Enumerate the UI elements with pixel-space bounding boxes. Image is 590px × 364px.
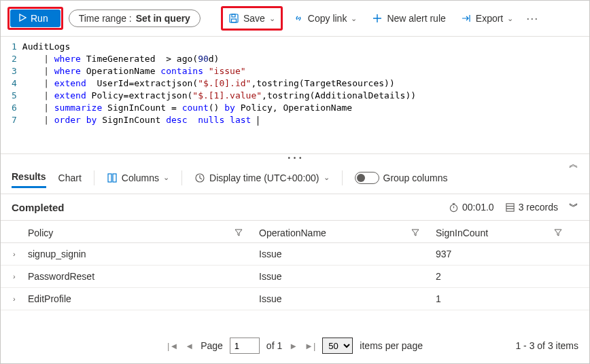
- save-label: Save: [243, 13, 265, 24]
- splitter[interactable]: • • • ︽: [1, 153, 589, 162]
- query-editor[interactable]: 1234567 AuditLogs | where TimeGenerated …: [1, 37, 589, 153]
- cell-count: 1: [436, 293, 578, 304]
- drag-dots-icon: • • •: [288, 154, 302, 162]
- plus-icon: [372, 13, 383, 24]
- group-columns-label: Group columns: [383, 172, 448, 183]
- collapse-up-icon[interactable]: ︽: [569, 158, 578, 170]
- highlight-save: Save ⌄: [221, 6, 283, 31]
- cell-operation: Issue: [259, 271, 436, 282]
- page-size-select[interactable]: 50: [322, 338, 353, 354]
- col-operation[interactable]: OperationName: [259, 228, 326, 238]
- cell-count: 937: [436, 249, 578, 259]
- duration-value: 00:01.0: [462, 202, 494, 213]
- save-button[interactable]: Save ⌄: [224, 9, 280, 28]
- col-policy[interactable]: Policy: [28, 228, 53, 238]
- next-page-button[interactable]: ►: [289, 341, 298, 351]
- group-columns-toggle[interactable]: Group columns: [355, 172, 448, 184]
- svg-rect-5: [113, 174, 116, 182]
- time-range-value: Set in query: [136, 13, 190, 24]
- collapse-down-icon[interactable]: ︾: [569, 201, 578, 213]
- separator: [181, 170, 182, 185]
- svg-rect-4: [108, 174, 111, 182]
- expand-icon[interactable]: ›: [13, 295, 28, 303]
- cell-count: 2: [436, 271, 578, 282]
- svg-rect-2: [232, 14, 235, 17]
- results-tabs: Results Chart Columns ⌄ Display time (UT…: [1, 162, 589, 194]
- per-page-label: items per page: [360, 340, 423, 351]
- run-label: Run: [31, 13, 48, 24]
- export-button[interactable]: Export ⌄: [456, 9, 518, 28]
- chevron-down-icon: ⌄: [324, 173, 330, 182]
- expand-icon[interactable]: ›: [13, 250, 28, 258]
- first-page-button[interactable]: |◄: [167, 341, 178, 351]
- tab-results[interactable]: Results: [12, 167, 46, 188]
- tab-chart[interactable]: Chart: [58, 168, 82, 187]
- chevron-down-icon: ⌄: [163, 173, 169, 182]
- separator: [342, 170, 343, 185]
- columns-label: Columns: [122, 172, 159, 183]
- link-icon: [293, 13, 304, 24]
- prev-page-button[interactable]: ◄: [185, 341, 194, 351]
- record-count: 3 records: [505, 202, 558, 213]
- table-header: Policy OperationName SignInCount: [1, 221, 589, 243]
- app-frame: Run Time range : Set in query Save ⌄ Cop…: [0, 0, 590, 364]
- table-row[interactable]: ›PasswordResetIssue2: [1, 266, 589, 288]
- filter-icon[interactable]: [554, 228, 562, 238]
- col-count[interactable]: SignInCount: [436, 228, 488, 238]
- cell-policy: EditProfile: [28, 293, 259, 304]
- page-label: Page: [201, 340, 223, 351]
- new-alert-rule-button[interactable]: New alert rule: [367, 9, 450, 28]
- chevron-down-icon: ⌄: [269, 14, 275, 23]
- time-range-label: Time range :: [79, 13, 132, 24]
- status-row: Completed 00:01.0 3 records ︾: [1, 194, 589, 221]
- cell-policy: PasswordReset: [28, 271, 259, 282]
- record-count-value: 3 records: [519, 202, 558, 213]
- display-time-label: Display time (UTC+00:00): [209, 172, 319, 183]
- table-body: ›signup_signinIssue937›PasswordResetIssu…: [1, 243, 589, 310]
- table-row[interactable]: ›EditProfileIssue1: [1, 288, 589, 310]
- more-menu[interactable]: ···: [523, 12, 541, 26]
- filter-icon[interactable]: [411, 228, 419, 238]
- cell-operation: Issue: [259, 249, 436, 259]
- status-label: Completed: [12, 202, 65, 213]
- expand-icon[interactable]: ›: [13, 272, 28, 280]
- svg-rect-3: [231, 19, 236, 22]
- display-time-button[interactable]: Display time (UTC+00:00) ⌄: [194, 172, 329, 183]
- last-page-button[interactable]: ►|: [305, 341, 315, 351]
- export-icon: [461, 13, 472, 24]
- time-range-picker[interactable]: Time range : Set in query: [69, 10, 201, 27]
- cell-operation: Issue: [259, 293, 436, 304]
- columns-button[interactable]: Columns ⌄: [107, 172, 169, 183]
- table-row[interactable]: ›signup_signinIssue937: [1, 243, 589, 266]
- copy-link-label: Copy link: [308, 13, 347, 24]
- duration: 00:01.0: [449, 202, 494, 213]
- svg-rect-8: [506, 203, 514, 211]
- cell-policy: signup_signin: [28, 249, 259, 259]
- save-icon: [228, 13, 239, 24]
- page-of-label: of 1: [266, 340, 282, 351]
- filter-icon[interactable]: [235, 228, 243, 238]
- chevron-down-icon: ⌄: [351, 14, 357, 23]
- pagination-summary: 1 - 3 of 3 items: [515, 340, 578, 351]
- play-icon: [18, 13, 27, 24]
- toolbar: Run Time range : Set in query Save ⌄ Cop…: [1, 1, 589, 37]
- highlight-run: Run: [7, 7, 63, 30]
- page-input[interactable]: [230, 338, 260, 354]
- run-button[interactable]: Run: [10, 10, 60, 27]
- copy-link-button[interactable]: Copy link ⌄: [288, 9, 362, 28]
- chevron-down-icon: ⌄: [507, 14, 513, 23]
- pagination: |◄ ◄ Page of 1 ► ►| 50 items per page 1 …: [1, 328, 589, 363]
- toggle-icon: [355, 172, 379, 184]
- svg-marker-0: [20, 14, 26, 21]
- line-gutter: 1234567: [1, 41, 22, 126]
- alert-label: New alert rule: [387, 13, 445, 24]
- separator: [94, 170, 94, 185]
- code-area[interactable]: AuditLogs | where TimeGenerated > ago(90…: [22, 41, 589, 126]
- svg-rect-1: [230, 14, 238, 22]
- export-label: Export: [476, 13, 503, 24]
